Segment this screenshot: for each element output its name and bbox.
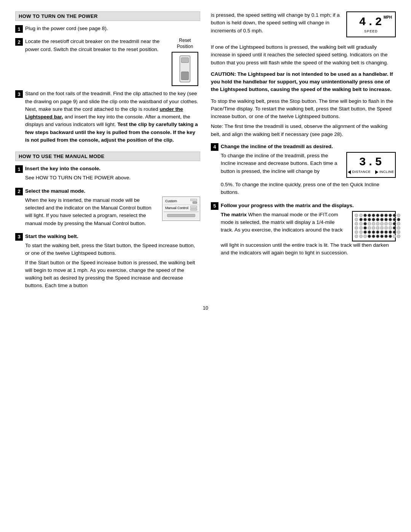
step-4-text-pre: To change the incline of the treadmill, … (221, 152, 342, 175)
step-m3-text2: If the Start button or the Speed increas… (25, 259, 200, 290)
speed-text: is pressed, the speed setting will chang… (211, 11, 342, 37)
step-m2-text: When the key is inserted, the manual mod… (25, 197, 158, 227)
speed-section: is pressed, the speed setting will chang… (211, 11, 396, 40)
step-m1-label: Insert the key into the console. (25, 165, 200, 173)
step-m2-label: Select the manual mode. (25, 187, 200, 195)
step-num-m3: 3 (15, 233, 23, 241)
step-5-matrix: 5 Follow your progress with the matrix a… (211, 202, 396, 259)
step-3-power: 3 Stand on the foot rails of the treadmi… (15, 90, 200, 145)
step-4-incline: 4 Change the incline of the treadmill as… (211, 143, 396, 198)
step-1-text: Plug in the power cord (see page 8). (25, 25, 200, 32)
step-2-power: 2 Locate the reset/off circuit breaker o… (15, 38, 200, 86)
step-m1-text: See HOW TO TURN ON THE POWER above. (25, 174, 200, 182)
step-1-manual: 1 Insert the key into the console. See H… (15, 165, 200, 184)
step-num-m1: 1 (15, 165, 23, 173)
speed-label: SPEED (364, 29, 378, 33)
reset-position-image: Reset Position (170, 38, 200, 86)
reset-box (172, 52, 198, 86)
speed-number: 4.2 (359, 16, 383, 29)
reset-label2: Position (177, 44, 193, 49)
right-column: is pressed, the speed setting will chang… (211, 11, 396, 297)
page-number: 10 (15, 305, 396, 311)
incline-number: 3.5 (359, 156, 383, 169)
step-2-manual: 2 Select the manual mode. When the key i… (15, 187, 200, 229)
step-5-label: Follow your progress with the matrix and… (221, 202, 396, 209)
step-num-m2: 2 (15, 188, 23, 195)
step-num-4: 4 (211, 143, 218, 151)
step-num-2: 2 (15, 38, 23, 46)
matrix-display (352, 211, 396, 241)
speed-mph-label: MPH (384, 15, 392, 19)
step-1-power: 1 Plug in the power cord (see page 8). (15, 25, 200, 34)
step-4-text-post: 0.5%. To change the incline quickly, pre… (221, 181, 396, 197)
lightspeed-text: If one of the Lightspeed buttons is pres… (211, 43, 396, 67)
page-layout: HOW TO TURN ON THE POWER 1 Plug in the p… (15, 11, 396, 297)
section-header-power: HOW TO TURN ON THE POWER (15, 11, 200, 21)
section-turn-on-power: HOW TO TURN ON THE POWER 1 Plug in the p… (15, 11, 200, 145)
step-4-label: Change the incline of the treadmill as d… (221, 143, 396, 150)
step-3-text: Stand on the foot rails of the treadmill… (25, 90, 200, 144)
section-header-manual: HOW TO USE THE MANUAL MODE (15, 152, 200, 161)
step-num-1: 1 (15, 25, 23, 33)
stop-text: To stop the walking belt, press the Stop… (211, 97, 396, 121)
step-m3-label: Start the walking belt. (25, 233, 200, 240)
step-num-3a: 3 (15, 90, 23, 98)
manual-control-image: Custom Manual Control (162, 197, 200, 221)
step-num-5: 5 (211, 202, 218, 210)
step-5-text-post: will light in succession until the entir… (221, 241, 396, 257)
step-m3-text1: To start the walking belt, press the Sta… (25, 242, 200, 257)
reset-label1: Reset (179, 38, 191, 43)
note-text: Note: The first time the treadmill is us… (211, 123, 396, 138)
step-5-text: The matrix When the manual mode or the i… (221, 211, 348, 234)
step-3-manual: 3 Start the walking belt. To start the w… (15, 233, 200, 291)
incline-display: 3.5 DISTANCE INCLINE (346, 152, 396, 181)
caution-text: CAUTION: The Lightspeed bar is not inten… (211, 70, 396, 94)
left-column: HOW TO TURN ON THE POWER 1 Plug in the p… (15, 11, 200, 297)
speed-display: MPH 4.2 SPEED (346, 11, 396, 40)
step-2-text: Locate the reset/off circuit breaker on … (25, 38, 166, 53)
section-manual-mode: HOW TO USE THE MANUAL MODE 1 Insert the … (15, 152, 200, 291)
